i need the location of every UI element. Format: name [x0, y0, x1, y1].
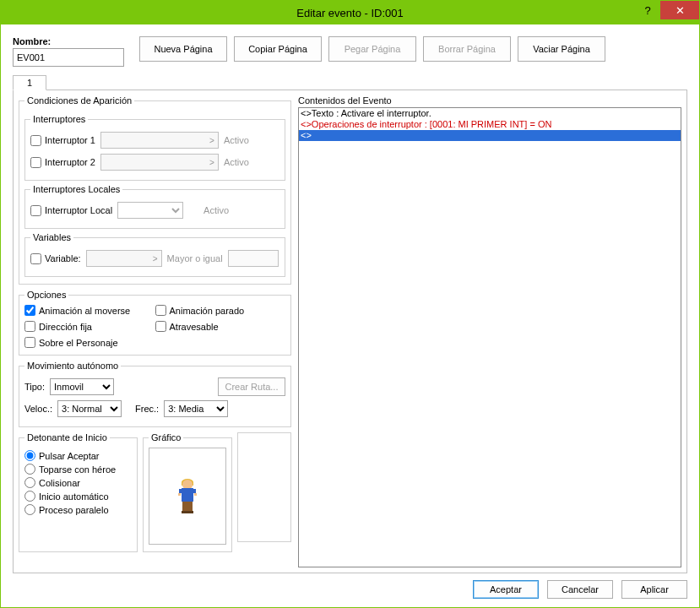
event-command-line[interactable]: <>Operaciones de interruptor : [0001: MI… — [299, 119, 681, 130]
paste-page-button[interactable]: Pegar Página — [328, 36, 416, 62]
bottom-cells: Detonante de Inicio Pulsar AceptarTopars… — [19, 432, 291, 552]
variable-value[interactable] — [228, 250, 279, 267]
character-sprite — [178, 480, 197, 513]
speed-select[interactable]: 3: Normal — [57, 400, 122, 417]
graphic-fieldset: Gráfico — [143, 432, 232, 552]
empty-panel — [237, 432, 291, 542]
switch2-dropdown[interactable]: > — [100, 154, 219, 171]
type-select[interactable]: Inmovil — [50, 378, 114, 395]
above-checkbox[interactable] — [24, 337, 35, 348]
local-switch-text: Interruptor Local — [45, 205, 112, 215]
trigger-radio-4[interactable] — [24, 504, 35, 515]
variable-checkbox[interactable] — [30, 253, 41, 264]
clear-page-button[interactable]: Vaciar Página — [518, 36, 605, 62]
local-switch-checkbox[interactable] — [30, 205, 41, 216]
trigger-option-3[interactable]: Inicio automático — [24, 491, 132, 502]
ok-button[interactable]: Aceptar — [473, 580, 539, 599]
switch2-label[interactable]: Interruptor 2 — [30, 157, 95, 168]
options-fieldset: Opciones Animación al moverse Animación … — [19, 290, 291, 356]
switch1-active: Activo — [224, 135, 249, 145]
footer: Aceptar Cancelar Aplicar — [13, 573, 687, 599]
cancel-button[interactable]: Cancelar — [547, 580, 613, 599]
event-contents-list[interactable]: <>Texto : Activare el interruptor.<>Oper… — [298, 107, 681, 567]
tab-1[interactable]: 1 — [13, 75, 46, 90]
speed-freq-row: Veloc.: 3: Normal Frec.: 3: Media — [24, 398, 285, 420]
local-switch-label[interactable]: Interruptor Local — [30, 205, 112, 216]
trigger-option-4[interactable]: Proceso paralelo — [24, 504, 132, 515]
variable-dropdown[interactable]: > — [86, 250, 162, 267]
trigger-option-1[interactable]: Toparse con héroe — [24, 464, 132, 475]
titlebar-buttons: ? ✕ — [635, 1, 699, 19]
event-command-line[interactable]: <> — [299, 130, 681, 141]
switch2-text: Interruptor 2 — [45, 157, 95, 167]
switch1-dropdown[interactable]: > — [100, 132, 219, 149]
stop-anim-checkbox[interactable] — [155, 305, 166, 316]
switches-fieldset: Interruptores Interruptor 1 > Activo Int… — [24, 114, 285, 181]
left-column: Condiciones de Aparición Interruptores I… — [19, 95, 291, 567]
name-block: Nombre: — [13, 36, 124, 67]
event-command-line[interactable]: <>Texto : Activare el interruptor. — [299, 108, 681, 119]
close-button[interactable]: ✕ — [660, 1, 699, 19]
switch1-checkbox[interactable] — [30, 135, 41, 146]
page-body: Condiciones de Aparición Interruptores I… — [13, 90, 687, 573]
freq-select[interactable]: 3: Media — [164, 400, 228, 417]
local-switch-row: Interruptor Local Activo — [30, 199, 279, 221]
tab-strip: 1 — [13, 75, 687, 90]
switch2-checkbox[interactable] — [30, 157, 41, 168]
conditions-fieldset: Condiciones de Aparición Interruptores I… — [19, 95, 291, 285]
trigger-radio-1[interactable] — [24, 464, 35, 475]
above-option[interactable]: Sobre el Personaje — [24, 337, 155, 348]
fix-dir-checkbox[interactable] — [24, 321, 35, 332]
editor-window: Editar evento - ID:001 ? ✕ Nombre: Nueva… — [0, 0, 700, 608]
help-button[interactable]: ? — [635, 1, 660, 19]
trigger-option-2[interactable]: Colisionar — [24, 477, 132, 488]
stop-anim-option[interactable]: Animación parado — [155, 305, 286, 316]
content: Nombre: Nueva Página Copiar Página Pegar… — [1, 24, 699, 607]
right-column: Contenidos del Evento <>Texto : Activare… — [298, 95, 681, 567]
local-switch-active: Activo — [203, 205, 229, 215]
fix-dir-option[interactable]: Dirección fija — [24, 321, 155, 332]
create-route-button[interactable]: Crear Ruta... — [218, 377, 285, 396]
trigger-radio-0[interactable] — [24, 450, 35, 461]
trigger-legend: Detonante de Inicio — [24, 432, 110, 442]
window-title: Editar evento - ID:001 — [1, 7, 699, 19]
conditions-legend: Condiciones de Aparición — [24, 95, 134, 106]
speed-label: Veloc.: — [24, 404, 52, 414]
type-label: Tipo: — [24, 382, 45, 392]
trigger-option-0[interactable]: Pulsar Aceptar — [24, 450, 132, 461]
trigger-options: Pulsar AceptarToparse con héroeColisiona… — [24, 450, 132, 515]
local-switch-fieldset: Interruptores Locales Interruptor Local … — [24, 184, 285, 229]
through-option[interactable]: Atravesable — [155, 321, 286, 332]
titlebar: Editar evento - ID:001 ? ✕ — [1, 1, 699, 24]
move-anim-checkbox[interactable] — [24, 305, 35, 316]
autonomous-legend: Movimiento autónomo — [24, 361, 121, 371]
local-switch-legend: Interruptores Locales — [30, 184, 122, 194]
freq-label: Frec.: — [135, 404, 159, 414]
new-page-button[interactable]: Nueva Página — [139, 36, 227, 62]
switch1-text: Interruptor 1 — [45, 135, 95, 145]
switch2-active: Activo — [224, 157, 249, 167]
variable-label[interactable]: Variable: — [30, 253, 81, 264]
switch1-label[interactable]: Interruptor 1 — [30, 135, 95, 146]
delete-page-button[interactable]: Borrar Página — [423, 36, 511, 62]
variables-fieldset: Variables Variable: > Mayor o igual — [24, 232, 285, 277]
name-input[interactable] — [13, 48, 124, 67]
trigger-radio-2[interactable] — [24, 477, 35, 488]
variable-gte: Mayor o igual — [167, 253, 223, 263]
switch1-row: Interruptor 1 > Activo — [30, 129, 279, 151]
local-switch-select[interactable] — [117, 202, 183, 219]
type-row: Tipo: Inmovil Crear Ruta... — [24, 376, 285, 398]
variable-text: Variable: — [45, 253, 81, 263]
apply-button[interactable]: Aplicar — [621, 580, 687, 599]
top-row: Nombre: Nueva Página Copiar Página Pegar… — [13, 36, 687, 67]
through-checkbox[interactable] — [155, 321, 166, 332]
options-legend: Opciones — [24, 290, 68, 300]
trigger-radio-3[interactable] — [24, 491, 35, 502]
graphic-legend: Gráfico — [149, 432, 183, 442]
switch2-row: Interruptor 2 > Activo — [30, 151, 279, 173]
copy-page-button[interactable]: Copiar Página — [234, 36, 322, 62]
autonomous-fieldset: Movimiento autónomo Tipo: Inmovil Crear … — [19, 361, 291, 427]
graphic-box[interactable] — [149, 448, 226, 545]
contents-legend: Contenidos del Evento — [298, 95, 681, 106]
move-anim-option[interactable]: Animación al moverse — [24, 305, 155, 316]
